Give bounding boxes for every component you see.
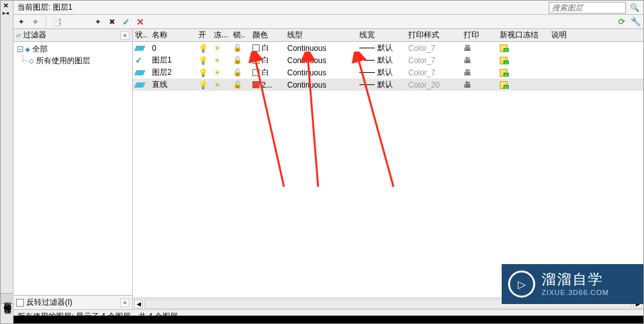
- dock-handle[interactable]: ✕ ▸◂ 图层特性管理器: [1, 1, 14, 323]
- col-freeze[interactable]: 冻...: [211, 29, 231, 41]
- cell-lock[interactable]: 🔓: [231, 56, 250, 64]
- watermark-brand: 溜溜自学: [542, 271, 609, 288]
- cell-linetype[interactable]: Continuous: [285, 44, 357, 53]
- dock-toggle-icon[interactable]: ▸◂: [3, 10, 9, 16]
- current-layer-label: 当前图层: 图层1: [14, 2, 76, 13]
- col-lock[interactable]: 锁..: [231, 29, 250, 41]
- cell-newvp[interactable]: [497, 44, 549, 52]
- cell-linetype[interactable]: Continuous: [285, 68, 357, 77]
- cell-newvp[interactable]: [497, 57, 549, 64]
- print-icon: 🖶: [464, 68, 471, 77]
- cell-state[interactable]: [133, 82, 149, 88]
- cell-plot[interactable]: 🖶: [461, 44, 497, 53]
- cell-on[interactable]: 💡: [196, 81, 211, 90]
- tree-collapse-icon[interactable]: −: [17, 46, 23, 52]
- color-swatch: [252, 69, 260, 76]
- col-color[interactable]: 颜色: [250, 29, 285, 41]
- cell-linetype[interactable]: Continuous: [285, 81, 357, 90]
- cell-plot[interactable]: 🖶: [461, 56, 497, 65]
- table-header: 状.. 名称 开 冻... 锁.. 颜色 线型 线宽 打印样式 打印 新视口冻结…: [133, 29, 643, 42]
- collapse-footer-icon[interactable]: «: [120, 298, 129, 307]
- table-row[interactable]: 图层2💡☀🔓白Continuous默认Color_7🖶: [133, 66, 643, 79]
- delete-layer-icon[interactable]: ✖: [107, 17, 117, 27]
- cell-color[interactable]: 白: [250, 67, 285, 78]
- col-state[interactable]: 状..: [133, 29, 149, 41]
- cell-freeze[interactable]: ☀: [211, 68, 231, 77]
- col-linetype[interactable]: 线型: [285, 29, 357, 41]
- cell-lineweight[interactable]: 默认: [357, 79, 406, 90]
- table-row[interactable]: ✓图层1💡☀🔓白Continuous默认Color_7🖶: [133, 54, 643, 66]
- apply-icon[interactable]: ✓: [121, 17, 131, 27]
- unlock-icon: 🔓: [233, 44, 242, 52]
- cell-linetype[interactable]: Continuous: [285, 56, 357, 65]
- cell-plotstyle[interactable]: Color_7: [406, 44, 461, 53]
- cell-freeze[interactable]: ☀: [211, 81, 231, 90]
- newvp-icon: [500, 44, 507, 52]
- cell-state[interactable]: [133, 70, 149, 75]
- cell-on[interactable]: 💡: [196, 68, 211, 77]
- cell-plotstyle[interactable]: Color_20: [406, 81, 461, 90]
- cell-newvp[interactable]: [497, 81, 549, 89]
- collapse-filters-icon[interactable]: «: [120, 31, 129, 40]
- cell-plot[interactable]: 🖶: [461, 81, 497, 90]
- cell-state[interactable]: ✓: [133, 55, 149, 65]
- cell-name[interactable]: 图层2: [149, 67, 196, 78]
- cell-plotstyle[interactable]: Color_7: [406, 56, 461, 65]
- filter-node-all[interactable]: − ◈ 全部: [16, 43, 129, 55]
- lineweight-preview: [359, 60, 375, 61]
- col-newvp[interactable]: 新视口冻结: [497, 29, 549, 41]
- cell-freeze[interactable]: ☀: [211, 56, 231, 65]
- cell-plotstyle[interactable]: Color_7: [406, 68, 461, 77]
- cell-on[interactable]: 💡: [196, 44, 211, 53]
- unlock-icon: 🔓: [233, 68, 242, 77]
- cell-lineweight[interactable]: 默认: [357, 55, 406, 66]
- cell-lock[interactable]: 🔓: [231, 68, 250, 77]
- cell-newvp[interactable]: [497, 69, 549, 77]
- cell-color[interactable]: 白: [250, 55, 285, 66]
- col-desc[interactable]: 说明: [549, 29, 643, 41]
- layer-states-icon[interactable]: 📑: [52, 17, 62, 27]
- new-group-icon[interactable]: ✦: [93, 17, 103, 27]
- col-plot[interactable]: 打印: [461, 29, 497, 41]
- cell-lock[interactable]: 🔓: [231, 81, 250, 89]
- print-icon: 🖶: [464, 44, 471, 53]
- bulb-icon: 💡: [198, 56, 208, 65]
- col-on[interactable]: 开: [196, 29, 211, 41]
- col-name[interactable]: 名称: [149, 29, 196, 41]
- table-row[interactable]: 直线💡☀🔓2...Continuous默认Color_20🖶: [133, 79, 643, 91]
- new-layer-vp-icon[interactable]: ✧: [30, 17, 41, 27]
- filter-title: 过滤器: [23, 30, 46, 41]
- sun-icon: ☀: [214, 44, 221, 53]
- cell-lock[interactable]: 🔓: [231, 44, 250, 52]
- watermark-url: ZIXUE.3D66.COM: [542, 289, 609, 297]
- filter-node-used[interactable]: ◇ 所有使用的图层: [16, 55, 129, 66]
- cell-name[interactable]: 图层1: [149, 55, 196, 66]
- cancel-icon[interactable]: ✕: [135, 17, 146, 27]
- col-plotstyle[interactable]: 打印样式: [406, 29, 461, 41]
- invert-label: 反转过滤器(I): [26, 298, 72, 307]
- refresh-icon[interactable]: ⟳: [616, 17, 627, 27]
- search-input[interactable]: [549, 2, 626, 14]
- used-layers-icon: ◇: [29, 57, 34, 64]
- cell-color[interactable]: 白: [250, 43, 285, 53]
- filter-footer: 反转过滤器(I) «: [14, 295, 132, 309]
- cell-lineweight[interactable]: 默认: [357, 67, 406, 78]
- cell-name[interactable]: 0: [149, 44, 196, 53]
- cell-state[interactable]: [133, 46, 149, 51]
- scroll-left-icon[interactable]: ◀: [134, 300, 143, 309]
- cell-plot[interactable]: 🖶: [461, 68, 497, 77]
- cell-lineweight[interactable]: 默认: [357, 43, 406, 53]
- color-swatch: [252, 81, 260, 88]
- col-lineweight[interactable]: 线宽: [357, 29, 406, 41]
- settings-icon[interactable]: 🔧: [630, 17, 641, 27]
- search-icon[interactable]: 🔍: [626, 3, 643, 12]
- panel-title-vertical: 图层特性管理器: [1, 293, 14, 304]
- table-row[interactable]: 0💡☀🔓白Continuous默认Color_7🖶: [133, 42, 643, 54]
- close-icon[interactable]: ✕: [3, 2, 8, 9]
- invert-checkbox[interactable]: [16, 299, 24, 307]
- cell-name[interactable]: 直线: [149, 79, 196, 90]
- cell-color[interactable]: 2...: [250, 81, 285, 90]
- cell-on[interactable]: 💡: [196, 56, 211, 65]
- cell-freeze[interactable]: ☀: [211, 44, 231, 53]
- new-layer-icon[interactable]: ✦: [16, 17, 26, 27]
